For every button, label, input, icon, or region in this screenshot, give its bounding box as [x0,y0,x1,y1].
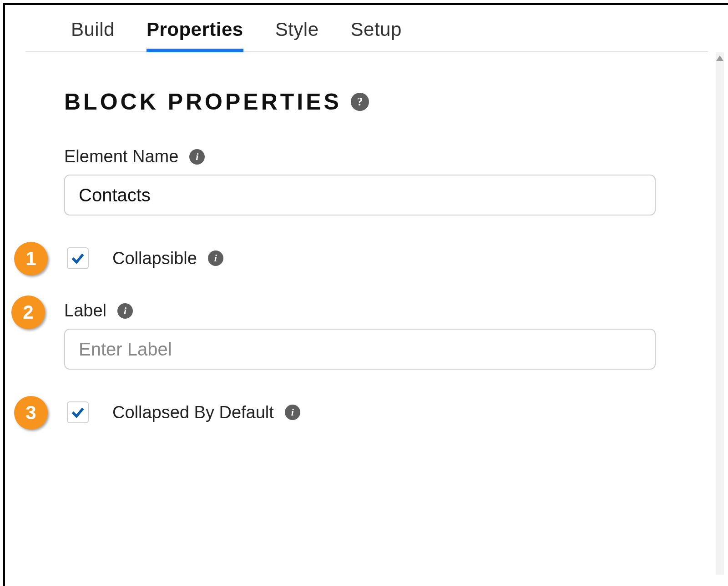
collapsible-label-row: Collapsible i [112,249,223,268]
callout-1: 1 [14,242,48,275]
collapsible-label: Collapsible [112,249,197,268]
info-icon[interactable]: i [189,149,205,165]
tab-bar: Build Properties Style Setup [25,5,708,52]
field-collapsible: 1 Collapsible i [67,247,656,269]
check-icon [70,250,86,266]
help-icon[interactable]: ? [351,93,369,111]
collapsible-checkbox[interactable] [67,247,89,269]
properties-panel-window: Build Properties Style Setup BLOCK PROPE… [3,3,728,586]
scrollbar[interactable] [716,52,724,575]
field-element-name: Element Name i [64,147,656,215]
info-icon[interactable]: i [208,250,223,266]
field-collapsed-by-default: 3 Collapsed By Default i [67,401,656,423]
element-name-label-row: Element Name i [64,147,656,166]
info-icon[interactable]: i [285,405,300,420]
collapsed-by-default-label-row: Collapsed By Default i [112,403,300,422]
check-icon [70,405,86,420]
tab-setup[interactable]: Setup [351,19,402,52]
info-icon[interactable]: i [117,303,133,319]
label-input[interactable] [64,329,656,370]
collapsed-by-default-label: Collapsed By Default [112,403,274,422]
field-label: 2 Label i [64,301,656,370]
tab-properties[interactable]: Properties [147,19,243,52]
tab-style[interactable]: Style [275,19,319,52]
label-label: Label [64,301,106,321]
element-name-input[interactable] [64,175,656,215]
collapsed-by-default-checkbox[interactable] [67,401,89,423]
scrollbar-up-icon[interactable] [716,52,724,64]
section-heading-row: BLOCK PROPERTIES ? [64,89,656,115]
callout-2: 2 [11,296,45,329]
callout-3: 3 [14,396,48,430]
label-row: Label i [64,301,656,321]
scroll-area: BLOCK PROPERTIES ? Element Name i 1 Coll… [5,52,715,575]
panel-content: BLOCK PROPERTIES ? Element Name i 1 Coll… [5,52,715,423]
section-heading: BLOCK PROPERTIES [64,89,342,115]
element-name-label: Element Name [64,147,178,166]
tab-build[interactable]: Build [71,19,115,52]
